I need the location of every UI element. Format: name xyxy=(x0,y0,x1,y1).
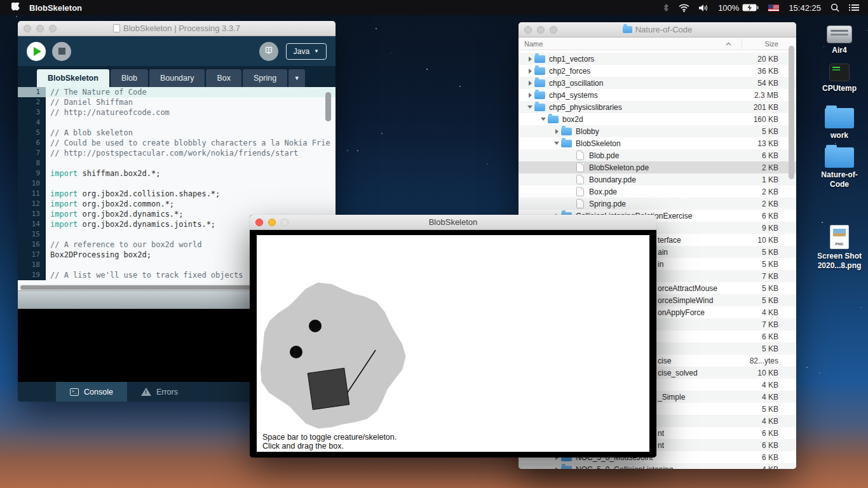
column-header-name[interactable]: Name xyxy=(519,40,543,48)
file-name: terface xyxy=(658,236,681,245)
file-name: box2d xyxy=(562,115,583,124)
disclosure-triangle[interactable] xyxy=(539,118,548,121)
code-line[interactable]: 12import org.jbox2d.common.*; xyxy=(18,199,336,209)
code-line[interactable]: 1// The Nature of Code xyxy=(18,87,336,97)
zoom-button[interactable] xyxy=(49,25,57,32)
finder-row[interactable]: BlobSkeleton13 KB xyxy=(519,137,796,149)
footer-tab-label: Console xyxy=(84,388,113,396)
code-text xyxy=(46,118,336,128)
disclosure-triangle[interactable] xyxy=(552,142,561,145)
wifi-icon[interactable] xyxy=(679,4,689,12)
tab-box[interactable]: Box xyxy=(206,69,241,87)
code-line[interactable]: 5// A blob skeleton xyxy=(18,128,336,138)
disclosure-triangle[interactable] xyxy=(526,69,534,74)
finder-row[interactable]: Blobby5 KB xyxy=(519,125,796,137)
file-size: 6 KB xyxy=(762,441,796,450)
disclosure-triangle[interactable] xyxy=(526,57,534,62)
zoom-button[interactable] xyxy=(281,219,288,226)
file-size: 5 KB xyxy=(762,260,796,269)
spotlight-search-icon[interactable] xyxy=(831,3,839,12)
active-app-name[interactable]: BlobSkeleton xyxy=(29,3,82,13)
code-line[interactable]: 2// Daniel Shiffman xyxy=(18,97,336,107)
code-line[interactable]: 10 xyxy=(18,179,336,189)
finder-titlebar[interactable]: Nature-of-Code xyxy=(519,22,796,37)
line-number: 5 xyxy=(18,128,46,138)
code-line[interactable]: 9import shiffman.box2d.*; xyxy=(18,168,336,179)
sketch-canvas[interactable]: Space bar to toggle creature/skeleton. C… xyxy=(257,235,649,452)
desktop-icon-screen-shot-2020-8-png[interactable]: Screen Shot 2020...8.png xyxy=(815,225,864,271)
desktop-icon-nature-of-code[interactable]: Nature-of-Code xyxy=(815,147,864,189)
close-button[interactable] xyxy=(255,219,263,226)
desktop-icon-work[interactable]: work xyxy=(815,108,864,140)
close-button[interactable] xyxy=(24,25,31,32)
minimize-button[interactable] xyxy=(268,219,276,226)
finder-row[interactable]: Box.pde2 KB xyxy=(519,186,796,198)
disclosure-triangle[interactable] xyxy=(552,467,561,470)
scrollbar-thumb[interactable] xyxy=(325,92,331,121)
finder-scrollbar-thumb[interactable] xyxy=(789,46,794,179)
finder-row[interactable]: chp5_physicslibraries201 KB xyxy=(519,101,796,113)
more-tabs-button[interactable]: ▼ xyxy=(288,69,305,87)
minimize-button[interactable] xyxy=(537,26,545,34)
column-header-size[interactable]: Size xyxy=(765,40,778,48)
scrollbar-thumb[interactable] xyxy=(20,285,253,290)
menu-list-icon[interactable] xyxy=(849,4,859,11)
finder-row[interactable]: NOC_5_9_CollisionListening4 KB xyxy=(519,463,796,469)
code-line[interactable]: 11import org.jbox2d.collision.shapes.*; xyxy=(18,189,336,199)
code-line[interactable]: 8 xyxy=(18,158,336,168)
tab-boundary[interactable]: Boundary xyxy=(149,69,205,87)
us-flag-icon[interactable] xyxy=(768,4,779,11)
disclosure-triangle[interactable] xyxy=(526,105,534,109)
folder-icon xyxy=(825,108,854,128)
finder-row[interactable]: box2d160 KB xyxy=(519,113,796,125)
debug-button[interactable] xyxy=(259,42,278,61)
mode-selector[interactable]: Java▼ xyxy=(286,43,327,60)
finder-row[interactable]: Boundary.pde1 KB xyxy=(519,173,796,186)
desktop-icon-cputemp[interactable]: CPUtemp xyxy=(815,64,864,93)
terminal-icon xyxy=(829,64,850,81)
processing-titlebar[interactable]: BlobSkeleton | Processing 3.3.7 xyxy=(18,21,336,36)
tab-blob[interactable]: Blob xyxy=(111,69,148,87)
tab-blobskeleton[interactable]: BlobSkeleton xyxy=(37,69,109,87)
code-line[interactable]: 4 xyxy=(18,118,336,128)
code-text: import shiffman.box2d.*; xyxy=(46,168,336,179)
finder-row[interactable]: chp1_vectors20 KB xyxy=(519,53,796,65)
disclosure-triangle[interactable] xyxy=(526,81,534,86)
apple-icon[interactable] xyxy=(11,3,20,13)
bluetooth-icon[interactable] xyxy=(663,3,669,12)
file-size: 7 KB xyxy=(762,320,796,329)
sketch-titlebar[interactable]: BlobSkeleton xyxy=(250,215,656,230)
volume-icon[interactable] xyxy=(699,4,709,12)
code-text: // Could be used to create blobbly chara… xyxy=(46,138,336,148)
menu-clock[interactable]: 15:42:25 xyxy=(789,3,821,13)
tab-spring[interactable]: Spring xyxy=(243,69,287,87)
file-name: Blobby xyxy=(576,127,599,136)
sketch-caption: Space bar to toggle creature/skeleton. C… xyxy=(262,433,397,451)
footer-tab-console[interactable]: >_Console xyxy=(56,382,127,402)
finder-row[interactable]: chp2_forces36 KB xyxy=(519,65,796,77)
finder-row[interactable]: Spring.pde2 KB xyxy=(519,198,796,210)
finder-row[interactable]: chp4_systems2.3 MB xyxy=(519,89,796,101)
line-number: 8 xyxy=(18,158,46,168)
finder-row[interactable]: BlobSkeleton.pde2 KB xyxy=(519,161,796,173)
line-number: 14 xyxy=(18,219,46,229)
run-button[interactable] xyxy=(27,42,46,61)
file-size: 6 KB xyxy=(762,453,796,462)
code-line[interactable]: 3// http://natureofcode.com xyxy=(18,107,336,118)
disclosure-triangle[interactable] xyxy=(552,129,561,134)
battery-indicator[interactable]: 100% xyxy=(718,3,759,13)
folder-icon xyxy=(534,79,545,87)
stop-button[interactable] xyxy=(52,42,71,61)
file-icon xyxy=(576,175,584,184)
finder-row[interactable]: chp3_oscillation54 KB xyxy=(519,77,796,89)
zoom-button[interactable] xyxy=(550,26,557,34)
disclosure-triangle[interactable] xyxy=(526,93,534,98)
code-line[interactable]: 6// Could be used to create blobbly char… xyxy=(18,138,336,148)
processing-toolbar: Java▼ xyxy=(18,36,336,66)
footer-tab-errors[interactable]: Errors xyxy=(127,382,192,402)
code-line[interactable]: 7// http://postspectacular.com/work/noki… xyxy=(18,148,336,158)
finder-row[interactable]: Blob.pde6 KB xyxy=(519,149,796,161)
close-button[interactable] xyxy=(524,26,532,34)
minimize-button[interactable] xyxy=(36,25,44,32)
desktop-icon-air4[interactable]: Air4 xyxy=(815,25,864,55)
